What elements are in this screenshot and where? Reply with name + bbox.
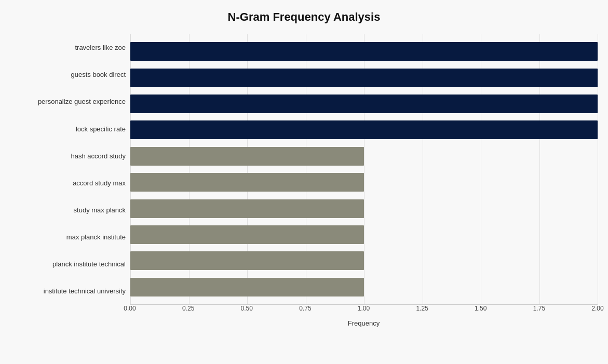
- y-label: planck institute technical: [52, 260, 126, 268]
- y-label: max planck institute: [66, 233, 126, 241]
- y-label: travelers like zoe: [75, 44, 126, 52]
- bar-max-planck-institute: [130, 225, 364, 244]
- bar-institute-technical-university: [130, 278, 364, 296]
- y-label: accord study max: [73, 179, 126, 187]
- y-labels: travelers like zoeguests book directpers…: [10, 34, 130, 305]
- x-axis-area: 0.000.250.500.751.001.251.501.752.00 Fre…: [130, 305, 598, 326]
- bar-row: [130, 118, 598, 141]
- y-label: hash accord study: [71, 152, 126, 160]
- bars-and-grid: [130, 34, 598, 305]
- x-tick-labels: 0.000.250.500.751.001.251.501.752.00: [130, 305, 598, 317]
- bar-row: [130, 171, 598, 194]
- grid-line: [598, 34, 598, 304]
- y-label: guests book direct: [71, 71, 126, 79]
- y-label: lock specific rate: [76, 125, 126, 133]
- x-tick-label: 0.50: [241, 305, 253, 312]
- bar-lock-specific-rate: [130, 120, 598, 139]
- chart-title: N-Gram Frequency Analysis: [10, 10, 598, 24]
- bar-study-max-planck: [130, 199, 364, 218]
- x-tick-label: 1.00: [358, 305, 370, 312]
- x-tick-label: 0.00: [124, 305, 136, 312]
- bar-row: [130, 92, 598, 115]
- bar-row: [130, 40, 598, 63]
- chart-area: travelers like zoeguests book directpers…: [10, 34, 598, 326]
- bar-travelers-like-zoe: [130, 42, 598, 61]
- y-label: institute technical university: [44, 287, 126, 295]
- bar-row: [130, 249, 598, 272]
- bar-personalize-guest-experience: [130, 95, 598, 113]
- bar-row: [130, 276, 598, 299]
- x-tick-label: 0.75: [299, 305, 311, 312]
- x-tick-label: 0.25: [182, 305, 194, 312]
- bar-rows: [130, 34, 598, 304]
- bar-row: [130, 223, 598, 246]
- x-tick-label: 1.75: [533, 305, 545, 312]
- y-label: study max planck: [74, 206, 126, 214]
- x-tick-label: 1.25: [416, 305, 428, 312]
- bar-planck-institute-technical: [130, 251, 364, 270]
- x-axis-title: Frequency: [130, 319, 598, 327]
- bar-row: [130, 197, 598, 220]
- bar-accord-study-max: [130, 173, 364, 192]
- chart-container: N-Gram Frequency Analysis travelers like…: [0, 0, 608, 364]
- bar-row: [130, 145, 598, 168]
- x-tick-label: 2.00: [591, 305, 603, 312]
- bar-guests-book-direct: [130, 69, 598, 87]
- bar-hash-accord-study: [130, 147, 364, 166]
- x-tick-label: 1.50: [475, 305, 487, 312]
- bars-section: travelers like zoeguests book directpers…: [10, 34, 598, 305]
- bar-row: [130, 66, 598, 89]
- y-label: personalize guest experience: [38, 98, 126, 106]
